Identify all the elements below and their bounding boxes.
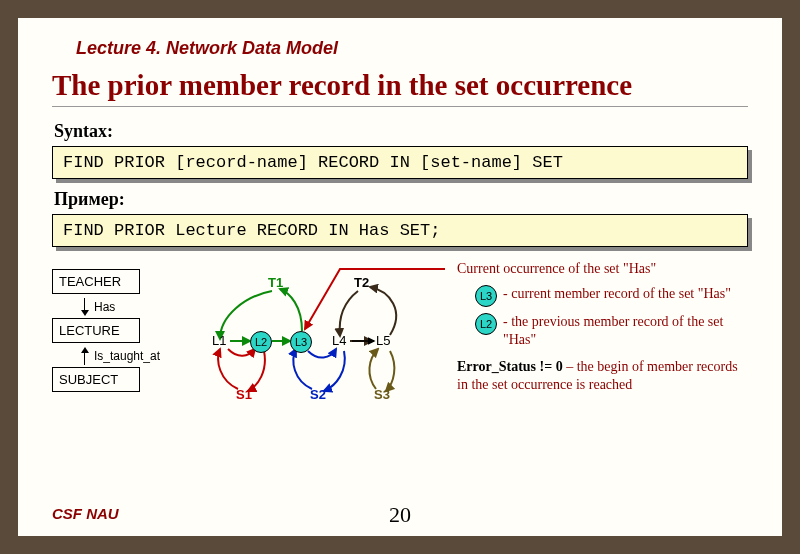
entity-lecture: LECTURE	[52, 318, 140, 343]
syntax-code: FIND PRIOR [record-name] RECORD IN [set-…	[52, 146, 748, 179]
rel-taught: Is_taught_at	[52, 345, 192, 367]
legend-node-l3: L3	[475, 285, 497, 307]
example-box: FIND PRIOR Lecture RECORD IN Has SET;	[52, 214, 748, 247]
node-l5-label: L5	[376, 333, 390, 348]
legend-row-l3: L3 - current member record of the set "H…	[475, 285, 747, 307]
legend-node-l2: L2	[475, 313, 497, 335]
syntax-label: Syntax:	[54, 121, 748, 142]
lecture-tag: Lecture 4. Network Data Model	[76, 38, 748, 59]
legend-text-l3: - current member record of the set "Has"	[503, 285, 747, 303]
node-s3-label: S3	[374, 387, 390, 402]
node-s1-label: S1	[236, 387, 252, 402]
node-l3: L3	[290, 331, 312, 353]
page-title: The prior member record in the set occur…	[52, 69, 748, 102]
rel-taught-label: Is_taught_at	[94, 349, 160, 363]
legend-heading: Current occurrence of the set "Has"	[457, 261, 747, 277]
legend-row-l2: L2 - the previous member record of the s…	[475, 313, 747, 348]
example-code: FIND PRIOR Lecture RECORD IN Has SET;	[52, 214, 748, 247]
slide: Lecture 4. Network Data Model The prior …	[18, 18, 782, 536]
er-schema: TEACHER Has LECTURE Is_taught_at SUBJECT	[52, 269, 192, 394]
error-label: Error_Status != 0	[457, 359, 563, 374]
node-t2-label: T2	[354, 275, 369, 290]
node-l1-label: L1	[212, 333, 226, 348]
divider	[52, 106, 748, 107]
node-s2-label: S2	[310, 387, 326, 402]
rel-has: Has	[52, 296, 192, 318]
node-t1-label: T1	[268, 275, 283, 290]
arrow-down-icon	[80, 298, 90, 316]
entity-subject: SUBJECT	[52, 367, 140, 392]
legend-error: Error_Status != 0 – the begin of member …	[457, 358, 747, 393]
example-label: Пример:	[54, 189, 748, 210]
syntax-box: FIND PRIOR [record-name] RECORD IN [set-…	[52, 146, 748, 179]
legend: Current occurrence of the set "Has" L3 -…	[457, 261, 747, 393]
node-l4-label: L4	[332, 333, 346, 348]
node-l2: L2	[250, 331, 272, 353]
network-diagram: T1 T2 L1 L2 L3 L4 L5 S1 S2 S3	[190, 261, 450, 421]
lower-area: TEACHER Has LECTURE Is_taught_at SUBJECT	[52, 261, 748, 491]
arrow-up-icon	[80, 347, 90, 365]
error-dash: –	[563, 359, 577, 374]
legend-text-l2: - the previous member record of the set …	[503, 313, 747, 348]
rel-has-label: Has	[94, 300, 115, 314]
entity-teacher: TEACHER	[52, 269, 140, 294]
page-number: 20	[18, 502, 782, 528]
